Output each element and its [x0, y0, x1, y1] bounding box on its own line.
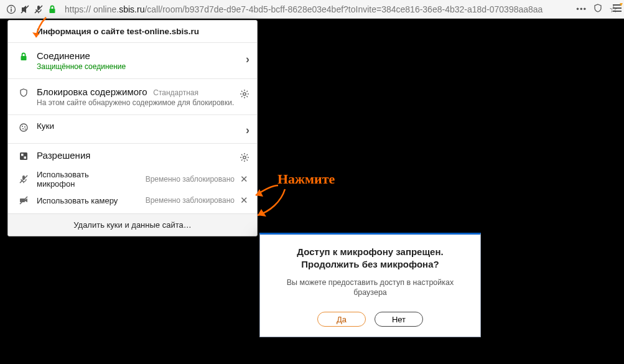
site-info-header: Информация о сайте test-online.sbis.ru: [30, 27, 249, 36]
annotation-label: Нажмите: [277, 171, 335, 187]
gear-icon[interactable]: [240, 152, 249, 164]
url-prefix: online.: [91, 4, 119, 14]
info-icon[interactable]: [6, 4, 16, 14]
connection-row[interactable]: Соединение Защищённое соединение ›: [8, 43, 257, 79]
svg-rect-8: [50, 9, 55, 13]
menu-icon[interactable]: [612, 2, 623, 14]
clear-site-data-button[interactable]: Удалить куки и данные сайта…: [8, 213, 257, 236]
dialog-yes-button[interactable]: Да: [317, 312, 366, 327]
svg-line-39: [246, 154, 248, 156]
permission-clear-button[interactable]: ✕: [238, 174, 249, 185]
cookie-icon: [17, 123, 30, 133]
address-bar: https:// online.sbis.ru/call/room/b937d7…: [0, 0, 624, 19]
shield-icon: [17, 88, 30, 98]
dialog-subtext: Вы можете предоставить доступ в настройк…: [274, 278, 467, 299]
svg-rect-6: [38, 12, 39, 13]
permission-clear-button[interactable]: ✕: [238, 195, 249, 206]
reader-shield-icon[interactable]: [593, 3, 603, 15]
site-info-panel: Информация о сайте test-online.sbis.ru С…: [7, 20, 258, 236]
svg-point-25: [24, 126, 26, 128]
svg-rect-41: [23, 182, 24, 183]
content-blocking-row: Блокировка содержимого Стандартная На эт…: [8, 79, 257, 115]
connection-title: Соединение: [37, 50, 246, 61]
dialog-no-button[interactable]: Нет: [375, 312, 423, 327]
svg-rect-29: [21, 154, 24, 156]
svg-point-26: [22, 128, 24, 129]
svg-line-36: [241, 154, 243, 156]
cookies-title: Куки: [37, 121, 54, 131]
chevron-right-icon: ›: [246, 124, 249, 137]
permission-name: Использовать микрофон: [30, 170, 124, 189]
svg-point-27: [25, 129, 26, 130]
dialog-title-line2: Продолжить без микрофона?: [274, 258, 467, 271]
clear-site-data-label: Удалить куки и данные сайта…: [73, 220, 191, 230]
lock-icon[interactable]: [47, 4, 57, 14]
permission-status: Временно заблокировано: [124, 175, 238, 184]
site-info-header-row: Информация о сайте test-online.sbis.ru: [8, 21, 257, 43]
svg-rect-28: [20, 152, 27, 160]
microphone-denied-dialog: Доступ к микрофону запрещен. Продолжить …: [259, 233, 481, 337]
permissions-header-row: Разрешения: [8, 144, 257, 167]
svg-line-22: [246, 91, 248, 92]
connection-sub: Защищённое соединение: [37, 62, 246, 71]
url-host: sbis.ru: [119, 4, 144, 14]
permissions-title: Разрешения: [37, 150, 90, 161]
chevron-right-icon: ›: [246, 53, 249, 66]
blocking-sub: На этом сайте обнаружено содержимое для …: [37, 98, 240, 107]
svg-rect-13: [21, 56, 27, 60]
blocking-badge: Стандартная: [153, 88, 198, 97]
svg-line-21: [241, 96, 243, 97]
permission-name: Использовать камеру: [30, 196, 118, 205]
permission-row-microphone: Использовать микрофон Временно заблокиро…: [8, 167, 257, 192]
blocking-title: Блокировка содержимого: [37, 86, 147, 97]
url-path: /call/room/b937d7de-d9e7-4bd5-bcff-8628e…: [144, 4, 543, 14]
svg-line-38: [241, 159, 243, 161]
gear-icon[interactable]: [240, 89, 249, 101]
autoplay-blocked-icon[interactable]: [20, 4, 30, 14]
microphone-blocked-icon: [17, 174, 30, 184]
permission-row-camera: Использовать камеру Временно заблокирова…: [8, 192, 257, 213]
cookies-row[interactable]: Куки ›: [8, 115, 257, 144]
permission-status: Временно заблокировано: [118, 196, 238, 205]
svg-point-14: [243, 93, 246, 95]
permissions-icon: [17, 151, 30, 161]
svg-line-20: [246, 96, 248, 97]
svg-point-24: [22, 126, 23, 127]
svg-rect-1: [11, 8, 12, 11]
svg-point-23: [20, 124, 27, 131]
lock-icon: [17, 52, 30, 62]
svg-rect-2: [11, 7, 12, 8]
address-bar-icons: [2, 4, 61, 14]
url-scheme: https://: [65, 4, 91, 14]
microphone-blocked-icon[interactable]: [34, 4, 44, 14]
dialog-title-line1: Доступ к микрофону запрещен.: [274, 246, 467, 258]
svg-rect-30: [24, 157, 27, 159]
url-text[interactable]: https:// online.sbis.ru/call/room/b937d7…: [61, 4, 570, 14]
svg-line-19: [241, 91, 243, 92]
svg-line-37: [246, 159, 248, 161]
ellipsis-icon[interactable]: •••: [576, 4, 587, 14]
camera-blocked-icon: [17, 195, 30, 205]
svg-point-31: [243, 156, 246, 159]
